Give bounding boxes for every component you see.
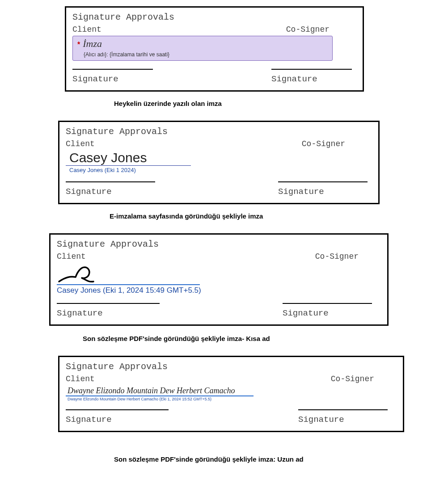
signature-line-right [271,69,352,70]
signature-caption-right: Signature [298,415,388,425]
handwritten-signature-icon [57,265,115,284]
caption-2: E-imzalama sayfasında göründüğü şekliyle… [110,212,448,220]
signature-handwritten [57,265,200,285]
signature-signed-meta: Casey Jones (Eki 1 2024) [66,167,372,173]
signature-caption-left: Signature [66,187,155,197]
cosigner-label: Co-Signer [315,252,359,261]
signature-panel-esign: Signature Approvals Client Co-Signer Cas… [58,121,380,204]
cosigner-label: Co-Signer [331,374,374,383]
signature-field-placeholder[interactable]: *İmza {Alıcı adı}: {İmzalama tarihi ve s… [72,36,333,61]
signature-signed-line: Dwayne Elizondo Mountain Dew Herbert Cam… [66,386,254,396]
signature-caption-left: Signature [72,74,153,84]
panel-title: Signature Approvals [66,362,397,372]
signature-line-right [283,303,372,304]
required-indicator: * [77,41,80,48]
cosigner-label: Co-Signer [286,25,330,34]
signature-caption-right: Signature [283,308,372,318]
signature-signed-meta: Casey Jones (Eki 1, 2024 15:49 GMT+5.5) [57,286,381,295]
signature-panel-pdf-long: Signature Approvals Client Co-Signer Dwa… [58,356,404,432]
signature-line-left [57,303,160,304]
panel-title: Signature Approvals [66,126,372,137]
signature-substitution-text: {Alıcı adı}: {İmzalama tarihi ve saati} [77,51,328,58]
signature-field-label: İmza [83,38,102,49]
signature-signed-line: Casey Jones [66,150,191,166]
signature-line-left [66,181,155,182]
client-label: Client [66,374,95,383]
signature-line-right [278,181,368,182]
client-label: Client [57,252,86,261]
caption-3: Son sözleşme PDF'sinde göründüğü şekliyl… [83,335,448,342]
signature-caption-left: Signature [66,415,169,425]
signature-signed-name: Casey Jones [66,150,191,165]
signature-signed-name: Dwayne Elizondo Mountain Dew Herbert Cam… [66,386,254,395]
signature-caption-right: Signature [271,74,352,84]
panel-title: Signature Approvals [72,12,356,22]
client-label: Client [72,25,101,34]
signature-panel-pdf-short: Signature Approvals Client Co-Signer Cas… [49,233,389,326]
signature-caption-right: Signature [278,187,368,197]
signature-line-left [72,69,153,70]
panel-title: Signature Approvals [57,239,381,249]
signature-signed-meta: Dwayne Elizondo Mountain Dew Herbert Cam… [66,397,397,401]
signature-caption-left: Signature [57,308,160,318]
signature-panel-placeholder: Signature Approvals Client Co-Signer *İm… [65,6,364,92]
cosigner-label: Co-Signer [302,139,345,148]
caption-4: Son sözleşme PDF'sinde göründüğü şekliyl… [114,455,448,463]
client-label: Client [66,139,95,148]
signature-line-right [298,409,388,410]
signature-line-left [66,409,169,410]
caption-1: Heykelin üzerinde yazılı olan imza [114,100,448,107]
